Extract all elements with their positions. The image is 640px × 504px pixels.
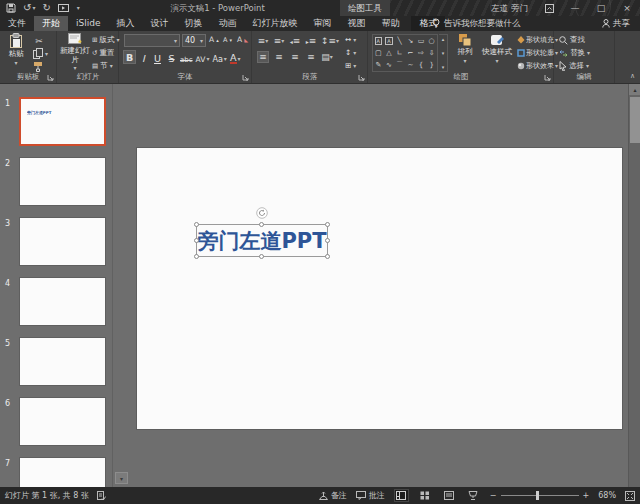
shape-arc-icon[interactable]: ⌒ — [394, 59, 405, 71]
format-painter-button[interactable] — [33, 61, 43, 72]
maximize-button[interactable]: □ — [588, 0, 614, 16]
tab-view[interactable]: 视图 — [339, 16, 373, 31]
select-button[interactable]: 选择▾ — [559, 61, 589, 71]
tab-transitions[interactable]: 切换 — [176, 16, 210, 31]
change-case-button[interactable]: Aa▾ — [211, 50, 227, 64]
zoom-slider-thumb[interactable] — [536, 491, 539, 500]
notes-button[interactable]: 备注 — [319, 490, 347, 501]
tell-me-box[interactable]: 告诉我你想要做什么 — [432, 16, 521, 31]
gallery-up-button[interactable]: ▴ — [442, 36, 445, 42]
font-color-button[interactable]: A▾ — [229, 50, 242, 64]
scroll-up-button[interactable]: ▴ — [629, 84, 640, 95]
italic-button[interactable]: I — [137, 50, 150, 64]
font-name-combo[interactable]: ▾ — [124, 34, 180, 47]
slide-sorter-view-button[interactable] — [418, 489, 433, 502]
font-dialog-launcher[interactable] — [241, 73, 249, 81]
customize-qat-button[interactable]: ▾ — [77, 0, 80, 16]
find-button[interactable]: 查找 — [559, 35, 585, 45]
account-name[interactable]: 左道 旁门 — [491, 0, 528, 16]
shape-outline-button[interactable]: 形状轮廓▾ — [517, 48, 558, 58]
decrease-indent-button[interactable]: ◂≡ — [289, 35, 301, 47]
tab-design[interactable]: 设计 — [142, 16, 176, 31]
shape-line-icon[interactable]: ╲ — [394, 35, 405, 47]
increase-font-size-button[interactable]: A▴ — [209, 35, 219, 44]
shape-scribble-icon[interactable]: ∿ — [384, 59, 395, 71]
shape-down-arrow-icon[interactable]: ⇩ — [426, 47, 437, 59]
tab-home[interactable]: 开始 — [34, 16, 68, 31]
resize-handle-bottom-left[interactable] — [194, 254, 199, 259]
tab-help[interactable]: 帮助 — [373, 16, 407, 31]
paste-button[interactable]: 粘贴 ▾ — [3, 33, 29, 66]
copy-button[interactable]: ▾ — [33, 48, 48, 59]
undo-button[interactable]: ↺▾ — [23, 0, 35, 16]
rotate-handle[interactable] — [256, 207, 268, 219]
shape-text-box-icon[interactable]: A — [373, 35, 384, 47]
decrease-font-size-button[interactable]: A▾ — [223, 36, 232, 44]
share-button[interactable]: 共享 — [602, 16, 630, 31]
align-left-button[interactable]: ≡ — [257, 51, 269, 63]
justify-button[interactable]: ≡ — [305, 51, 317, 63]
collapse-ribbon-button[interactable]: ∧ — [630, 72, 635, 80]
reset-button[interactable]: ↺重置 — [92, 48, 114, 58]
shape-curve-icon[interactable]: ~ — [405, 59, 416, 71]
shape-rounded-rectangle-icon[interactable]: ▢ — [373, 47, 384, 59]
fit-slide-to-window-icon[interactable] — [625, 491, 635, 501]
minimize-button[interactable]: — — [562, 0, 588, 16]
tab-animations[interactable]: 动画 — [210, 16, 244, 31]
tab-islide[interactable]: iSlide — [68, 16, 108, 31]
font-size-combo[interactable]: 40▾ — [182, 34, 206, 47]
title-text-box[interactable]: 旁门左道PPT — [196, 224, 328, 257]
shape-rectangle-icon[interactable]: ▭ — [416, 35, 427, 47]
tab-file[interactable]: 文件 — [0, 16, 34, 31]
shape-fill-button[interactable]: 形状填充▾ — [517, 35, 558, 45]
align-right-button[interactable]: ≡ — [289, 51, 301, 63]
increase-indent-button[interactable]: ▸≡ — [305, 35, 317, 47]
line-spacing-button[interactable]: ↕≡▾ — [321, 35, 339, 47]
layout-button[interactable]: ⊞版式▾ — [92, 35, 119, 45]
arrange-button[interactable]: 排列 ▾ — [451, 33, 479, 64]
slide-surface[interactable]: 旁门左道PPT — [137, 148, 622, 429]
character-spacing-button[interactable]: AV▾ — [195, 50, 211, 64]
columns-button[interactable]: ▤▾ — [321, 51, 333, 63]
drawing-dialog-launcher[interactable] — [543, 73, 551, 81]
shape-elbow-connector-icon[interactable]: ∟ — [394, 47, 405, 59]
new-slide-button[interactable]: 新建幻灯片 ▾ — [60, 33, 90, 71]
clear-formatting-button[interactable]: A◣ — [237, 35, 248, 44]
zoom-out-button[interactable]: − — [490, 491, 497, 500]
scrollbar-thumb[interactable] — [630, 97, 640, 143]
shape-right-arrow-icon[interactable]: ⇨ — [416, 47, 427, 59]
shape-freeform-icon[interactable]: ✎ — [373, 59, 384, 71]
resize-handle-top-left[interactable] — [194, 222, 199, 227]
zoom-level[interactable]: 68% — [598, 491, 616, 500]
gallery-more-button[interactable]: ▾ — [442, 64, 445, 70]
shape-right-brace-icon[interactable]: } — [426, 59, 437, 71]
shape-effects-button[interactable]: 形状效果▾ — [517, 61, 558, 71]
slide-number-status[interactable]: 幻灯片 第 1 张, 共 8 张 — [5, 490, 89, 501]
shape-oval-icon[interactable]: ○ — [426, 35, 437, 47]
comments-button[interactable]: 批注 — [356, 490, 385, 501]
reading-view-button[interactable] — [442, 489, 457, 502]
ribbon-display-options-button[interactable] — [536, 0, 562, 16]
strikethrough-button[interactable]: S — [165, 50, 178, 64]
paragraph-dialog-launcher[interactable] — [357, 73, 365, 81]
spellcheck-icon[interactable] — [97, 491, 106, 501]
zoom-slider-track[interactable] — [501, 495, 579, 496]
shape-left-brace-icon[interactable]: { — [416, 59, 427, 71]
normal-view-button[interactable] — [394, 489, 409, 502]
start-from-beginning-button[interactable] — [58, 4, 69, 13]
underline-button[interactable]: U — [151, 50, 164, 64]
bold-button[interactable]: B — [123, 50, 136, 64]
tab-insert[interactable]: 插入 — [108, 16, 142, 31]
clipboard-dialog-launcher[interactable] — [46, 73, 54, 81]
save-button[interactable] — [6, 3, 16, 13]
resize-handle-top-center[interactable] — [259, 222, 264, 227]
resize-handle-middle-right[interactable] — [325, 238, 330, 243]
text-direction-button[interactable]: ↔▾ — [345, 35, 356, 44]
tab-slideshow[interactable]: 幻灯片放映 — [244, 16, 305, 31]
thumbnails-scroll-down-button[interactable]: ▾ — [115, 472, 128, 484]
shape-elbow-arrow-icon[interactable]: ⌐ — [405, 47, 416, 59]
section-button[interactable]: ▤节▾ — [92, 61, 113, 71]
quick-styles-button[interactable]: 快速样式 ▾ — [479, 33, 515, 64]
close-button[interactable]: × — [614, 0, 640, 16]
vertical-scrollbar[interactable]: ▴ — [628, 84, 640, 487]
